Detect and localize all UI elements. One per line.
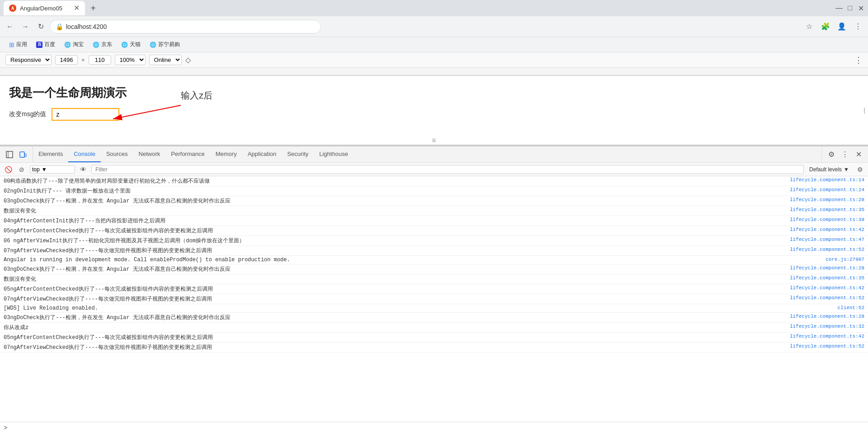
- console-file-link[interactable]: lifecycle.component.ts:24: [783, 187, 864, 195]
- console-message: 05ngAfterContentChecked执行了---每次完成被投影组件内容…: [4, 227, 783, 235]
- new-tab-button[interactable]: +: [87, 2, 99, 14]
- console-file-link[interactable]: lifecycle.component.ts:52: [783, 247, 864, 254]
- height-input[interactable]: [89, 55, 111, 65]
- console-row: 06 ngAfterViewInit执行了---初始化完组件视图及其子视图之后调…: [0, 236, 868, 246]
- console-message: 05ngAfterContentChecked执行了---每次完成被投影组件内容…: [4, 285, 783, 293]
- zoom-select[interactable]: 100%: [115, 55, 146, 65]
- maximize-button[interactable]: □: [846, 5, 854, 12]
- console-file-link[interactable]: lifecycle.component.ts:42: [783, 285, 864, 293]
- console-message: Angular is running in development mode. …: [4, 257, 818, 263]
- msg-input[interactable]: [52, 108, 119, 121]
- responsive-select[interactable]: Responsive: [5, 55, 52, 65]
- close-button[interactable]: ✕: [857, 5, 864, 12]
- clear-console-icon[interactable]: 🚫: [3, 164, 14, 175]
- bookmark-taobao[interactable]: 🌐 淘宝: [61, 40, 87, 49]
- tab-lighthouse[interactable]: Lighthouse: [314, 146, 354, 162]
- console-file-link[interactable]: lifecycle.component.ts:14: [783, 177, 864, 185]
- no-throttle-icon[interactable]: ◇: [185, 56, 191, 64]
- extension-icon[interactable]: 🧩: [819, 20, 832, 33]
- tab-close-button[interactable]: ✕: [74, 5, 80, 12]
- tab-elements[interactable]: Elements: [33, 146, 68, 162]
- console-file-link[interactable]: client:52: [830, 305, 864, 311]
- console-file-link[interactable]: lifecycle.component.ts:39: [783, 217, 864, 225]
- tab-memory[interactable]: Memory: [210, 146, 242, 162]
- devtools-left-icons: [0, 146, 33, 162]
- tab-network[interactable]: Network: [133, 146, 166, 162]
- width-input[interactable]: [55, 55, 78, 65]
- tab-sources[interactable]: Sources: [101, 146, 133, 162]
- filter-input[interactable]: [91, 165, 804, 174]
- console-file-link[interactable]: lifecycle.component.ts:28: [783, 197, 864, 205]
- tab-favicon: A: [9, 5, 16, 12]
- bookmark-apps[interactable]: ⊞ 应用: [5, 40, 31, 49]
- devtools-tabs: Elements Console Sources Network Perform…: [33, 146, 821, 162]
- console-row: 05ngAfterContentChecked执行了---每次完成被投影组件内容…: [0, 284, 868, 294]
- bookmark-star-icon[interactable]: ☆: [803, 20, 816, 33]
- resize-handle[interactable]: ≡: [432, 136, 436, 145]
- tab-application[interactable]: Application: [242, 146, 282, 162]
- console-file-link[interactable]: lifecycle.component.ts:52: [783, 344, 864, 351]
- right-resize-handle[interactable]: |: [863, 107, 865, 114]
- console-row: 你从改成zlifecycle.component.ts:32: [0, 323, 868, 333]
- console-file-link[interactable]: lifecycle.component.ts:35: [783, 275, 864, 283]
- browser-tab[interactable]: A AngularDemo05 ✕: [4, 1, 85, 15]
- browser-frame: A AngularDemo05 ✕ + — □ ✕ ← → ↻ 🔒 localh…: [0, 0, 868, 433]
- console-output[interactable]: 00构造函数执行了---除了使用简单的值对局部变量进行初始化之外，什么都不应该做…: [0, 176, 868, 422]
- page-title: 我是一个生命周期演示: [9, 85, 859, 101]
- reload-button[interactable]: ↻: [34, 20, 47, 33]
- account-icon[interactable]: 👤: [835, 20, 848, 33]
- console-message: 04ngAfterContentInit执行了---当把内容投影进组件之后调用: [4, 217, 783, 225]
- context-select[interactable]: top ▼: [30, 165, 75, 174]
- console-file-link[interactable]: lifecycle.component.ts:28: [783, 265, 864, 273]
- svg-rect-5: [20, 152, 24, 157]
- block-icon[interactable]: ⊘: [16, 164, 27, 175]
- console-file-link[interactable]: lifecycle.component.ts:47: [783, 237, 864, 245]
- console-file-link[interactable]: lifecycle.component.ts:28: [783, 314, 864, 321]
- console-row: 00构造函数执行了---除了使用简单的值对局部变量进行初始化之外，什么都不应该做…: [0, 176, 868, 186]
- console-file-link[interactable]: lifecycle.component.ts:32: [783, 324, 864, 331]
- default-levels-select[interactable]: Default levels ▼: [807, 165, 852, 174]
- forward-button[interactable]: →: [19, 20, 32, 33]
- webpage-preview: 我是一个生命周期演示 改变msg的值 输入z后 ≡ |: [0, 76, 868, 146]
- tab-security[interactable]: Security: [282, 146, 314, 162]
- eye-icon[interactable]: 👁: [78, 164, 89, 175]
- console-settings-icon[interactable]: ⚙: [854, 164, 865, 175]
- console-file-link[interactable]: core.js:27907: [818, 257, 864, 263]
- console-file-link[interactable]: lifecycle.component.ts:52: [783, 295, 864, 303]
- console-file-link[interactable]: lifecycle.component.ts:42: [783, 227, 864, 235]
- devtools-more-icon[interactable]: ⋮: [839, 149, 851, 160]
- console-prompt: >: [0, 422, 868, 433]
- input-label: 改变msg的值: [9, 110, 46, 118]
- ruler-area: [0, 68, 868, 76]
- minimize-button[interactable]: —: [835, 5, 843, 12]
- devtools-right-icons: ⚙ ⋮ ✕: [821, 146, 868, 162]
- menu-icon[interactable]: ⋮: [852, 20, 864, 33]
- toolbar-more-icon[interactable]: ⋮: [854, 55, 863, 65]
- console-row: 03ngDoCheck执行了---检测，并在发生 Angular 无法或不愿意自…: [0, 313, 868, 323]
- devtools-settings-icon[interactable]: ⚙: [826, 149, 837, 160]
- bookmark-tianmao[interactable]: 🌐 天猫: [118, 40, 144, 49]
- online-select[interactable]: Online: [149, 55, 182, 65]
- bookmark-baidu[interactable]: 百 百度: [33, 40, 59, 49]
- devtools-close-icon[interactable]: ✕: [853, 149, 864, 160]
- tab-console[interactable]: Console: [68, 146, 101, 162]
- console-row: 05ngAfterContentChecked执行了---每次完成被投影组件内容…: [0, 333, 868, 343]
- tab-title: AngularDemo05: [20, 5, 70, 12]
- devtools-header: Elements Console Sources Network Perform…: [0, 146, 868, 163]
- console-message: 07ngAfterViewChecked执行了----每次做完组件视图和子视图的…: [4, 295, 783, 303]
- console-file-link[interactable]: lifecycle.component.ts:42: [783, 334, 864, 341]
- console-file-link[interactable]: lifecycle.component.ts:35: [783, 207, 864, 215]
- title-bar-controls: — □ ✕: [835, 5, 864, 12]
- bookmark-jingdong[interactable]: 🌐 京东: [89, 40, 116, 49]
- url-text: localhost:4200: [66, 23, 107, 30]
- bookmark-suning-label: 苏宁易购: [158, 41, 180, 48]
- bookmark-suning[interactable]: 🌐 苏宁易购: [146, 40, 184, 49]
- bookmark-baidu-label: 百度: [44, 41, 55, 48]
- url-input[interactable]: 🔒 localhost:4200: [50, 20, 321, 33]
- inspect-icon[interactable]: [4, 149, 15, 160]
- tab-performance[interactable]: Performance: [165, 146, 210, 162]
- console-message: 数据没有变化: [4, 207, 783, 215]
- address-bar: ← → ↻ 🔒 localhost:4200 ☆ 🧩 👤 ⋮: [0, 16, 868, 37]
- back-button[interactable]: ←: [4, 20, 16, 33]
- device-toggle-icon[interactable]: [17, 149, 29, 160]
